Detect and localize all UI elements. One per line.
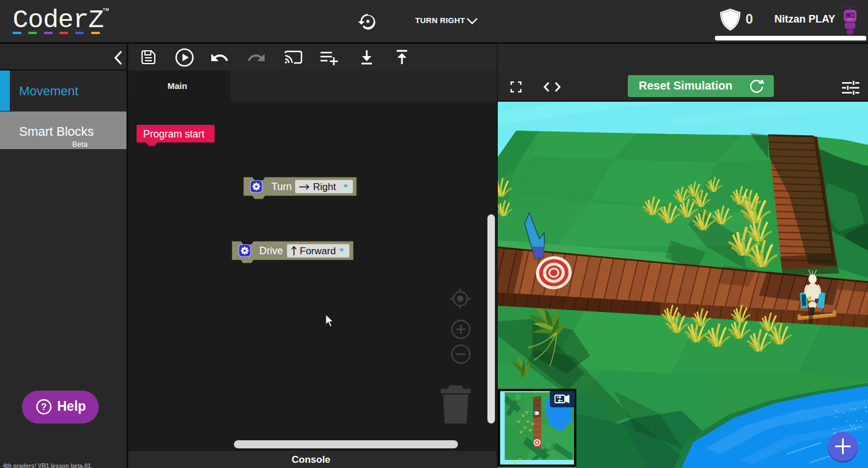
- svg-text:Turn: Turn: [271, 181, 292, 192]
- svg-text:Forward: Forward: [300, 246, 336, 257]
- svg-text:Drive: Drive: [259, 245, 283, 257]
- svg-text:?: ?: [41, 402, 47, 412]
- svg-text:Program start: Program start: [143, 128, 204, 140]
- svg-text:Right: Right: [313, 181, 336, 192]
